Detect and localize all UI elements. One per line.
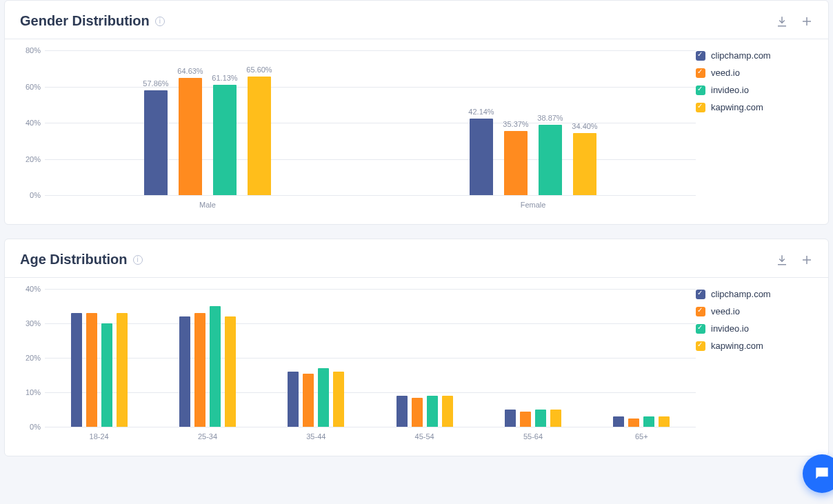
bar[interactable] bbox=[318, 368, 329, 427]
grid-line bbox=[45, 427, 696, 427]
bar-value-label: 38.87% bbox=[537, 114, 563, 122]
x-tick-label: 25-34 bbox=[198, 432, 217, 441]
legend-item[interactable]: veed.io bbox=[696, 68, 813, 78]
gender-card-actions bbox=[776, 15, 813, 28]
y-tick-label: 60% bbox=[20, 83, 41, 91]
bar[interactable] bbox=[427, 396, 438, 427]
y-tick-label: 40% bbox=[20, 119, 41, 127]
bar[interactable] bbox=[535, 410, 546, 427]
legend-swatch bbox=[696, 290, 705, 299]
legend-item[interactable]: invideo.io bbox=[696, 85, 813, 95]
age-distribution-card: Age Distribution i 0%10%20%30%40%18-2425… bbox=[4, 239, 829, 456]
x-tick-label: 55-64 bbox=[523, 432, 543, 441]
y-tick-label: 40% bbox=[20, 285, 41, 293]
gender-card-title: Gender Distribution bbox=[20, 13, 150, 29]
chat-fab[interactable] bbox=[803, 454, 833, 470]
bar[interactable] bbox=[101, 323, 112, 427]
age-card-actions bbox=[776, 254, 813, 266]
x-tick-label: 18-24 bbox=[90, 432, 109, 441]
bar[interactable] bbox=[613, 416, 624, 427]
bar-value-label: 34.40% bbox=[572, 122, 597, 130]
bar[interactable] bbox=[117, 313, 128, 427]
y-tick-label: 30% bbox=[20, 319, 41, 327]
y-tick-label: 0% bbox=[20, 423, 41, 431]
age-card-header: Age Distribution i bbox=[5, 239, 828, 278]
bar[interactable] bbox=[659, 416, 670, 427]
bar[interactable] bbox=[412, 398, 423, 427]
download-icon[interactable] bbox=[776, 15, 788, 28]
age-card-body: 0%10%20%30%40%18-2425-3435-4445-5455-646… bbox=[5, 278, 828, 456]
info-icon[interactable]: i bbox=[133, 255, 143, 265]
legend-label: invideo.io bbox=[711, 85, 749, 95]
bar[interactable] bbox=[505, 410, 516, 427]
add-icon[interactable] bbox=[801, 15, 813, 28]
legend-swatch bbox=[696, 341, 705, 351]
x-tick-label: 45-54 bbox=[415, 432, 434, 441]
legend-item[interactable]: clipchamp.com bbox=[696, 289, 813, 299]
legend-label: kapwing.com bbox=[711, 341, 763, 351]
bar[interactable] bbox=[194, 313, 205, 427]
legend-swatch bbox=[696, 85, 705, 95]
bar[interactable] bbox=[71, 313, 82, 427]
gender-card-body: 0%20%40%60%80%57.86%64.63%61.13%65.60%Ma… bbox=[5, 39, 828, 224]
info-icon[interactable]: i bbox=[155, 17, 165, 26]
legend-label: kapwing.com bbox=[711, 102, 763, 112]
legend-item[interactable]: clipchamp.com bbox=[696, 50, 813, 61]
bar[interactable] bbox=[442, 396, 453, 427]
bar-value-label: 42.14% bbox=[468, 108, 494, 116]
legend-label: clipchamp.com bbox=[711, 50, 771, 61]
y-tick-label: 20% bbox=[20, 354, 41, 362]
bar[interactable] bbox=[248, 77, 271, 195]
gender-plot: 0%20%40%60%80%57.86%64.63%61.13%65.60%Ma… bbox=[20, 50, 696, 212]
gender-legend: clipchamp.comveed.ioinvideo.iokapwing.co… bbox=[696, 50, 813, 212]
legend-swatch bbox=[696, 307, 705, 316]
legend-swatch bbox=[696, 51, 705, 61]
bar-value-label: 65.60% bbox=[246, 65, 272, 74]
legend-label: invideo.io bbox=[711, 323, 749, 334]
bar[interactable] bbox=[213, 85, 237, 195]
bar[interactable] bbox=[539, 125, 562, 195]
bar[interactable] bbox=[144, 90, 168, 195]
legend-label: clipchamp.com bbox=[711, 289, 771, 299]
bar[interactable] bbox=[179, 78, 202, 195]
age-card-title: Age Distribution bbox=[20, 252, 128, 268]
legend-item[interactable]: kapwing.com bbox=[696, 102, 813, 112]
y-tick-label: 0% bbox=[20, 191, 41, 199]
legend-swatch bbox=[696, 103, 705, 112]
legend-swatch bbox=[696, 324, 705, 334]
bar[interactable] bbox=[643, 416, 654, 427]
x-tick-label: Male bbox=[199, 201, 216, 209]
bar[interactable] bbox=[303, 374, 314, 427]
bar[interactable] bbox=[179, 316, 190, 427]
bar[interactable] bbox=[397, 396, 408, 427]
bar[interactable] bbox=[628, 419, 639, 427]
age-plot: 0%10%20%30%40%18-2425-3435-4445-5455-646… bbox=[20, 289, 696, 443]
download-icon[interactable] bbox=[776, 254, 788, 266]
gender-distribution-card: Gender Distribution i 0%20%40%60%80%57.8… bbox=[4, 0, 829, 225]
bar[interactable] bbox=[573, 133, 596, 195]
bar-value-label: 61.13% bbox=[212, 74, 237, 82]
x-tick-label: Female bbox=[521, 201, 546, 209]
age-legend: clipchamp.comveed.ioinvideo.iokapwing.co… bbox=[696, 289, 813, 443]
bar[interactable] bbox=[550, 410, 561, 427]
legend-label: veed.io bbox=[711, 306, 740, 316]
gender-card-header: Gender Distribution i bbox=[5, 1, 828, 39]
legend-label: veed.io bbox=[711, 68, 740, 78]
bar[interactable] bbox=[210, 306, 221, 427]
legend-item[interactable]: invideo.io bbox=[696, 323, 813, 334]
legend-swatch bbox=[696, 68, 705, 78]
bar[interactable] bbox=[288, 372, 299, 427]
bar[interactable] bbox=[504, 131, 528, 195]
bar[interactable] bbox=[520, 412, 531, 427]
y-tick-label: 10% bbox=[20, 388, 41, 396]
add-icon[interactable] bbox=[801, 254, 813, 266]
y-tick-label: 20% bbox=[20, 155, 41, 163]
bar[interactable] bbox=[86, 313, 97, 427]
bar[interactable] bbox=[470, 119, 493, 195]
legend-item[interactable]: kapwing.com bbox=[696, 341, 813, 351]
legend-item[interactable]: veed.io bbox=[696, 306, 813, 316]
bar[interactable] bbox=[333, 372, 344, 427]
bar[interactable] bbox=[225, 316, 236, 427]
grid-line bbox=[45, 195, 696, 196]
x-tick-label: 65+ bbox=[635, 432, 648, 441]
